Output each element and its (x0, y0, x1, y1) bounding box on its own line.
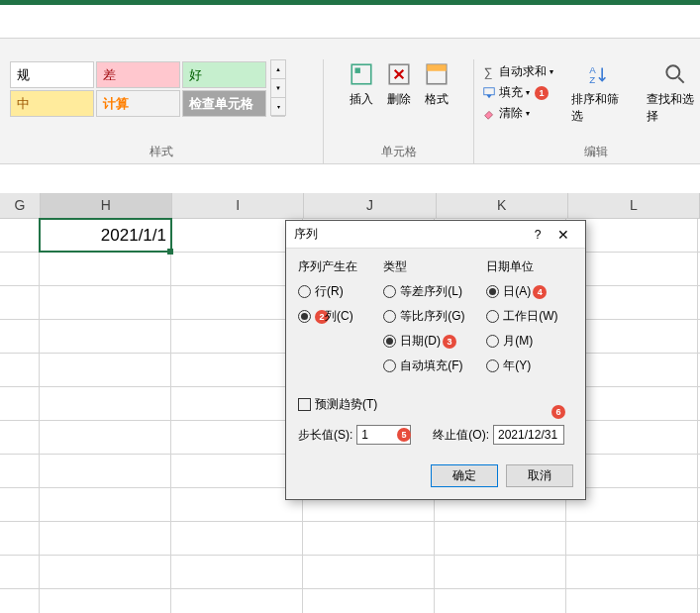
ribbon: 规 差 好 中 计算 检查单元格 ▲▼▾ 样式 (0, 0, 700, 164)
ribbon-content: 规 差 好 中 计算 检查单元格 ▲▼▾ 样式 (0, 59, 700, 163)
cell[interactable] (171, 219, 303, 252)
sort-icon: AZ (587, 61, 613, 87)
clear-button[interactable]: 清除 ▾ (482, 103, 559, 124)
cancel-button[interactable]: 取消 (506, 464, 573, 487)
editing-group: ∑ 自动求和 ▾ 填充 ▾ 1 清除 ▾ (474, 59, 700, 163)
radio-year[interactable]: 年(Y) (486, 358, 573, 374)
format-label: 格式 (425, 91, 449, 108)
col-header-h[interactable]: H (41, 193, 172, 218)
column-headers: G H I J K L (0, 193, 700, 219)
style-gallery[interactable]: 规 差 好 中 计算 检查单元格 (8, 59, 268, 119)
radio-date[interactable]: 日期(D) 3 (383, 333, 470, 350)
dialog-titlebar: 序列 ? ✕ (286, 221, 585, 249)
group-label-editing: 编辑 (584, 144, 608, 163)
where-label: 序列产生在 (298, 258, 367, 275)
style-normal[interactable]: 规 (10, 61, 94, 88)
col-header-g[interactable]: G (0, 193, 41, 218)
insert-icon (349, 61, 374, 87)
radio-arith[interactable]: 等差序列(L) (383, 283, 470, 300)
radio-day[interactable]: 日(A) 4 (486, 283, 573, 300)
stop-label: 终止值(O): (433, 427, 489, 444)
sigma-icon: ∑ (482, 65, 496, 79)
find-select-button[interactable]: 查找和选择 (641, 59, 700, 127)
style-good[interactable]: 好 (182, 61, 266, 88)
col-header-i[interactable]: I (172, 193, 304, 218)
styles-group: 规 差 好 中 计算 检查单元格 ▲▼▾ 样式 (0, 59, 324, 163)
radio-autofill[interactable]: 自动填充(F) (383, 358, 470, 374)
style-bad[interactable]: 差 (96, 61, 180, 88)
autosum-label: 自动求和 (499, 63, 547, 80)
style-scrollbar[interactable]: ▲▼▾ (270, 59, 286, 116)
marker-1: 1 (535, 86, 549, 100)
format-button[interactable]: 格式 (418, 59, 455, 110)
marker-6: 6 (551, 405, 565, 419)
style-check[interactable]: 检查单元格 (182, 90, 266, 117)
dialog-help-button[interactable]: ? (526, 228, 550, 242)
svg-point-11 (666, 65, 679, 78)
insert-button[interactable]: 插入 (343, 59, 380, 110)
radio-month[interactable]: 月(M) (486, 333, 573, 350)
format-icon (424, 61, 450, 87)
insert-label: 插入 (350, 91, 373, 108)
svg-rect-0 (351, 64, 371, 84)
radio-row-label: 行(R) (315, 283, 344, 300)
sort-label: 排序和筛选 (571, 91, 629, 125)
trend-label: 预测趋势(T) (315, 396, 377, 413)
marker-5: 5 (397, 428, 411, 442)
cells-group: 插入 删除 格式 单元格 (324, 59, 474, 163)
cell[interactable] (0, 219, 40, 252)
col-header-j[interactable]: J (304, 193, 436, 218)
delete-button[interactable]: 删除 (380, 59, 418, 110)
fill-label: 填充 (499, 84, 523, 101)
trend-checkbox[interactable]: 预测趋势(T) (298, 396, 573, 413)
delete-label: 删除 (387, 91, 411, 108)
sort-filter-button[interactable]: AZ 排序和筛选 (565, 59, 635, 127)
dialog-title-text: 序列 (294, 226, 318, 243)
series-dialog: 序列 ? ✕ 序列产生在 行(R) 2 列(C) 类型 等差序列(L) 等比序列… (285, 220, 586, 500)
active-cell[interactable]: 2021/1/1 (40, 219, 171, 252)
group-label-styles: 样式 (150, 144, 173, 163)
find-label: 查找和选择 (647, 91, 700, 125)
stop-input[interactable] (493, 425, 564, 445)
group-label-cells: 单元格 (381, 144, 417, 163)
ok-button[interactable]: 确定 (431, 464, 498, 487)
col-header-l[interactable]: L (568, 193, 700, 218)
col-header-k[interactable]: K (437, 193, 568, 218)
fill-button[interactable]: 填充 ▾ 1 (482, 82, 559, 103)
style-calc[interactable]: 计算 (96, 90, 180, 117)
dialog-close-button[interactable]: ✕ (550, 227, 577, 243)
svg-rect-8 (484, 87, 495, 94)
svg-text:∑: ∑ (484, 65, 493, 79)
dateunit-label: 日期单位 (486, 258, 573, 275)
marker-3: 3 (443, 335, 456, 349)
clear-label: 清除 (499, 105, 523, 122)
svg-text:Z: Z (589, 74, 595, 85)
marker-4: 4 (533, 285, 547, 299)
radio-col-label: 列(C) (325, 308, 353, 325)
eraser-icon (482, 107, 496, 121)
step-label: 步长值(S): (298, 427, 352, 444)
radio-column[interactable]: 2 列(C) (298, 308, 367, 325)
radio-workday[interactable]: 工作日(W) (486, 308, 573, 325)
style-neutral[interactable]: 中 (10, 90, 94, 117)
radio-row[interactable]: 行(R) (298, 283, 367, 300)
autosum-button[interactable]: ∑ 自动求和 ▾ (482, 61, 559, 82)
svg-rect-1 (354, 68, 359, 73)
type-label: 类型 (383, 258, 470, 275)
search-icon (662, 61, 688, 87)
svg-line-12 (678, 77, 683, 82)
radio-geom[interactable]: 等比序列(G) (383, 308, 470, 325)
fill-down-icon (482, 86, 496, 100)
svg-rect-6 (427, 64, 447, 71)
delete-icon (386, 61, 412, 87)
